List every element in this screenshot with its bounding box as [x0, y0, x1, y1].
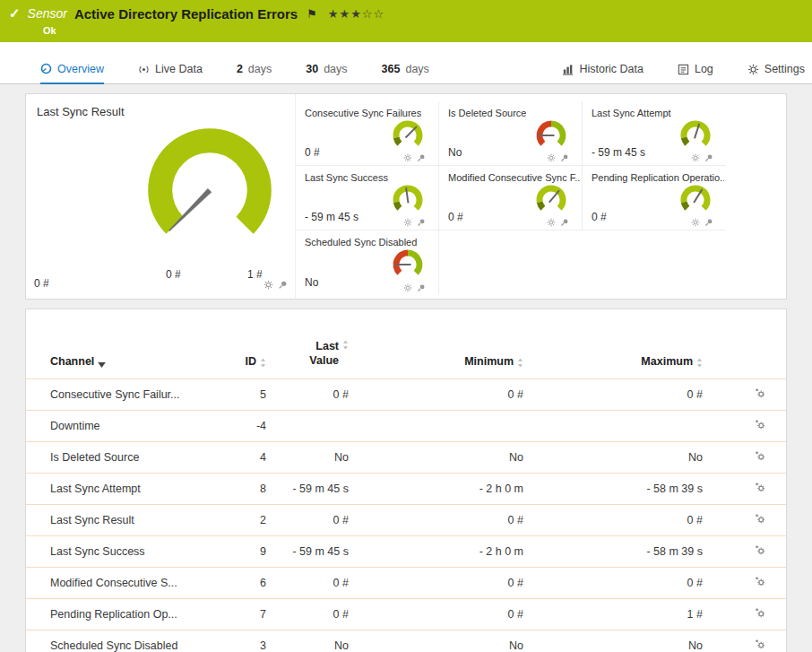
gauge-actions: [403, 283, 426, 292]
channel-name[interactable]: Last Sync Success: [50, 545, 145, 558]
channel-settings-icon[interactable]: [755, 419, 766, 430]
channel-maximum: No: [688, 639, 703, 652]
column-header-channel[interactable]: Channel: [26, 309, 196, 379]
gauge-pin-icon[interactable]: [704, 218, 713, 227]
tab-log[interactable]: Log: [678, 55, 713, 83]
tab-live-data[interactable]: Live Data: [138, 55, 203, 83]
channel-last-value: 0 #: [333, 514, 349, 526]
channel-name[interactable]: Consecutive Sync Failur...: [50, 388, 180, 401]
channel-settings-icon[interactable]: [755, 544, 766, 556]
small-gauges-grid: Consecutive Sync Failures 0 # Is Deleted…: [295, 94, 727, 299]
stars-empty[interactable]: ☆☆: [362, 7, 384, 21]
tab-settings[interactable]: Settings: [747, 55, 805, 83]
gauge-cell-last-sync-success[interactable]: Last Sync Success - 59 m 45 s: [296, 166, 439, 230]
gauge-current-value: - 59 m 45 s: [592, 146, 645, 159]
tab-label: Live Data: [155, 63, 203, 75]
channel-name[interactable]: Modified Consecutive S...: [50, 577, 177, 589]
tab-30-days[interactable]: 30 days: [306, 55, 347, 83]
gauge-settings-icon[interactable]: [403, 218, 412, 227]
channel-name[interactable]: Pending Replication Op...: [50, 608, 177, 621]
gauge-title: Last Sync Success: [305, 172, 388, 183]
gauge-settings-icon[interactable]: [263, 280, 273, 290]
tab-historic-data[interactable]: Historic Data: [562, 55, 644, 83]
table-row[interactable]: Consecutive Sync Failur...50 #0 #0 #: [26, 379, 786, 411]
gauge-settings-icon[interactable]: [547, 153, 556, 162]
column-header-id[interactable]: ID: [196, 309, 266, 379]
column-header-maximum[interactable]: Maximum: [523, 309, 703, 379]
gauges-panel: Last Sync Result 0 # 0 # 1 # Consecutive…: [25, 93, 787, 300]
gauge-max-label: 1 #: [247, 268, 263, 281]
gauge-settings-icon[interactable]: [403, 153, 412, 162]
column-label: Channel: [50, 355, 94, 368]
channel-gauge: [388, 244, 428, 283]
gauge-cell-modified-consecutive-sync-failures[interactable]: Modified Consecutive Sync F... 0 #: [439, 166, 583, 230]
tab-2-days[interactable]: 2 days: [237, 55, 272, 83]
channel-maximum: - 58 m 39 s: [646, 482, 703, 495]
table-row[interactable]: Is Deleted Source4NoNoNo: [26, 442, 786, 474]
column-header-minimum[interactable]: Minimum: [349, 309, 523, 379]
table-row[interactable]: Pending Replication Op...70 #0 #1 #: [26, 599, 786, 630]
column-label: Minimum: [464, 355, 514, 368]
channel-name[interactable]: Scheduled Sync Disabled: [50, 639, 177, 652]
channel-settings-icon[interactable]: [755, 576, 766, 587]
channel-maximum: - 58 m 39 s: [646, 545, 703, 558]
tab-365-days[interactable]: 365 days: [382, 55, 429, 83]
gauge-current-value: 0 #: [34, 277, 49, 290]
gear-icon: [747, 64, 759, 75]
channel-name[interactable]: Last Sync Attempt: [50, 482, 141, 495]
channel-name[interactable]: Last Sync Result: [50, 514, 134, 526]
channel-settings-icon[interactable]: [755, 482, 766, 493]
gauge-settings-icon[interactable]: [403, 283, 412, 292]
gauge-cell-pending-replication-operations[interactable]: Pending Replication Operatio... 0 #: [583, 166, 726, 230]
table-row[interactable]: Last Sync Success9- 59 m 45 s- 2 h 0 m- …: [26, 536, 786, 568]
channel-minimum: No: [509, 451, 523, 464]
page-title: Active Directory Replication Errors: [74, 6, 298, 22]
gauge-pin-icon[interactable]: [560, 153, 569, 162]
channel-id: 7: [260, 608, 266, 621]
sort-icon: [696, 358, 703, 368]
channel-last-value: - 59 m 45 s: [292, 482, 349, 495]
channel-name[interactable]: Is Deleted Source: [50, 451, 139, 464]
gauge-settings-icon[interactable]: [547, 218, 556, 227]
channel-name[interactable]: Downtime: [50, 420, 100, 432]
channel-settings-icon[interactable]: [755, 387, 766, 399]
object-kind-label: Sensor: [28, 6, 67, 21]
gauge-cell-scheduled-sync-disabled[interactable]: Scheduled Sync Disabled No: [296, 230, 439, 295]
tab-overview[interactable]: Overview: [40, 55, 104, 84]
primary-channel-gauge-cell[interactable]: Last Sync Result 0 # 0 # 1 #: [26, 94, 295, 299]
channel-settings-icon[interactable]: [755, 513, 766, 525]
channel-id: 8: [260, 482, 266, 495]
gauge-pin-icon[interactable]: [704, 153, 713, 162]
table-row[interactable]: Last Sync Result20 #0 #0 #: [26, 505, 786, 536]
channel-settings-icon[interactable]: [755, 450, 766, 462]
gauge-pin-icon[interactable]: [417, 153, 426, 162]
table-row[interactable]: Modified Consecutive S...60 #0 #0 #: [26, 568, 786, 599]
gauge-cell-is-deleted-source[interactable]: Is Deleted Source No: [439, 101, 583, 166]
priority-stars[interactable]: ★★★☆☆: [328, 7, 384, 21]
stars-filled[interactable]: ★★★: [328, 7, 362, 21]
channel-maximum: 0 #: [687, 388, 703, 401]
channel-id: 6: [260, 577, 266, 589]
priority-flag-icon[interactable]: ⚑: [307, 7, 317, 21]
gauge-pin-icon[interactable]: [278, 280, 288, 290]
table-row[interactable]: Last Sync Attempt8- 59 m 45 s- 2 h 0 m- …: [26, 474, 786, 505]
table-row[interactable]: Scheduled Sync Disabled3NoNoNo: [26, 630, 786, 652]
gauge-pin-icon[interactable]: [560, 218, 569, 227]
channel-id: 2: [260, 514, 266, 526]
channel-settings-icon[interactable]: [755, 639, 766, 650]
channel-minimum: 0 #: [508, 577, 523, 589]
gauge-pin-icon[interactable]: [417, 283, 426, 292]
channel-id: 4: [260, 451, 266, 464]
gauge-cell-consecutive-sync-failures[interactable]: Consecutive Sync Failures 0 #: [296, 101, 439, 166]
column-label: ID: [246, 355, 257, 368]
table-row[interactable]: Downtime-4: [26, 411, 786, 442]
gauge-pin-icon[interactable]: [417, 218, 426, 227]
channel-maximum: 0 #: [687, 514, 703, 526]
tab-label: Overview: [57, 63, 104, 75]
tab-label: Historic Data: [579, 63, 644, 75]
gauge-cell-last-sync-attempt[interactable]: Last Sync Attempt - 59 m 45 s: [583, 101, 726, 166]
gauge-settings-icon[interactable]: [691, 153, 700, 162]
channel-settings-icon[interactable]: [755, 607, 766, 619]
gauge-settings-icon[interactable]: [691, 218, 700, 227]
column-header-last-value[interactable]: Last Value: [266, 309, 349, 379]
